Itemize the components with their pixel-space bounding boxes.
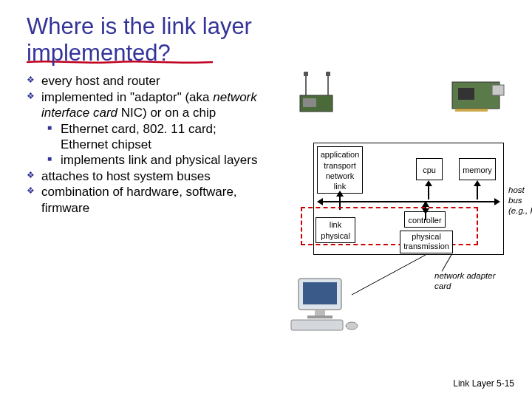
nic-note-leader: [442, 255, 452, 272]
stack-network: network: [318, 171, 362, 181]
bullet-1-text: every host and router: [41, 74, 160, 88]
subbullet-2-1: Ethernet card, 802. 11 card; Ethernet ch…: [47, 121, 263, 153]
slide-footer: Link Layer 5-15: [453, 378, 514, 389]
arrow-stack-bus: [336, 191, 344, 204]
svg-rect-5: [326, 72, 330, 76]
arrow-mem-bus: [474, 180, 481, 200]
diagram-area: application transport network link cpu m…: [263, 73, 523, 339]
svg-rect-8: [458, 88, 474, 100]
nic-note-l1: network adapter: [434, 271, 516, 282]
host-bus-l2: bus: [508, 196, 532, 206]
bullet-2: implemented in "adaptor" (aka network in…: [27, 89, 263, 168]
phys-transmission-box: physical transmission: [400, 231, 453, 253]
svg-rect-4: [304, 72, 308, 76]
nic-note: network adapter card: [434, 271, 516, 292]
svg-rect-12: [303, 282, 337, 304]
link-label: link: [316, 219, 355, 230]
bullet-3: attaches to host system buses: [27, 168, 263, 184]
tx-line1: physical: [400, 232, 452, 242]
stack-transport: transport: [318, 160, 362, 171]
stack-application: application: [318, 149, 362, 160]
nic-card-icon: [451, 75, 505, 115]
link-phys-box: link physical: [316, 217, 355, 243]
protocol-stack-box: application transport network link: [317, 146, 363, 194]
wifi-card-icon: [296, 70, 337, 115]
bullet-1: every host and router: [27, 73, 263, 89]
desktop-computer-icon: [285, 276, 364, 333]
nic-note-l2: card: [434, 282, 516, 292]
svg-rect-14: [307, 316, 332, 318]
subbullet-2-2: implements link and physical layers: [47, 152, 263, 168]
title-line-2: implemented?: [27, 40, 171, 66]
slide-title: Where is the link layer implemented?: [0, 0, 532, 69]
title-line-1: Where is the link layer: [27, 13, 252, 39]
svg-rect-1: [303, 98, 316, 107]
bullet-column: every host and router implemented in "ad…: [27, 73, 263, 339]
svg-rect-13: [315, 310, 325, 316]
host-bus-l3: (e.g., PCI): [508, 206, 532, 216]
memory-box: memory: [459, 158, 496, 180]
cpu-box: cpu: [416, 158, 443, 180]
svg-rect-7: [492, 85, 504, 95]
bullet-2-text-a: implemented in "adaptor" (aka: [41, 90, 213, 104]
svg-rect-15: [291, 320, 343, 330]
physical-label: physical: [316, 231, 355, 241]
host-bus-line: [321, 201, 496, 202]
host-box: application transport network link cpu m…: [313, 143, 504, 255]
bullet-4: combination of hardware, software, firmw…: [27, 184, 263, 216]
host-bus-l1: host: [508, 185, 532, 196]
host-bus-note: host bus (e.g., PCI): [508, 185, 532, 216]
svg-point-16: [346, 322, 358, 330]
svg-rect-9: [455, 109, 488, 112]
arrow-cpu-bus: [425, 180, 432, 200]
bullet-2-text-c: NIC) or on a chip: [117, 106, 216, 120]
arrow-ctrl-bus-dn: [422, 201, 429, 214]
